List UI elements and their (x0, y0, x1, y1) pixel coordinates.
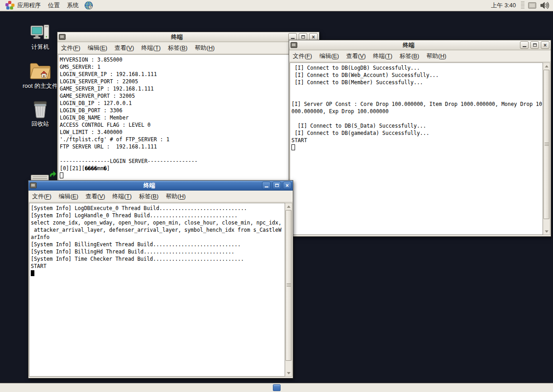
terminal-app-icon (30, 182, 37, 188)
desktop-icon-trash[interactable]: 回收站 (18, 99, 63, 128)
globe-icon (84, 1, 93, 10)
desktop-icon-label: 计算机 (32, 43, 49, 51)
clock[interactable]: 上午 3:40 (487, 1, 520, 10)
menu-tabs[interactable]: 标签(B) (400, 52, 419, 60)
menu-bar: 文件(F) 编辑(E) 查看(V) 终端(T) 标签(B) 帮助(H) (57, 42, 319, 54)
menu-tabs[interactable]: 标签(B) (168, 44, 187, 52)
menu-edit[interactable]: 编辑(E) (88, 44, 107, 52)
menu-terminal[interactable]: 终端(T) (373, 52, 392, 60)
titlebar[interactable]: 终端 × (57, 32, 319, 42)
notification-tray-item[interactable] (528, 1, 537, 10)
scroll-up-arrow[interactable] (543, 63, 550, 69)
bottom-panel (0, 383, 553, 392)
scrollbar-thumb[interactable] (286, 210, 291, 361)
desktop-icon-shortcut-partial[interactable] (30, 172, 57, 181)
scrollbar-track[interactable] (285, 210, 292, 370)
menu-bar: 文件(F) 编辑(E) 查看(V) 终端(T) 标签(B) 帮助(H) (29, 191, 293, 202)
terminal-body: [I] Connect to DB(LogDB) Successfully...… (290, 62, 550, 235)
volume-control[interactable] (540, 1, 549, 10)
desktop-icon-home[interactable]: root 的主文件 (18, 62, 63, 90)
system-menu[interactable]: 系统 (63, 0, 82, 11)
terminal-output[interactable]: [I] Connect to DB(LogDB) Successfully...… (290, 62, 543, 235)
window-title: 终端 (67, 33, 286, 41)
close-button[interactable]: × (283, 182, 291, 189)
terminal-app-icon (59, 34, 66, 40)
minimize-button[interactable] (520, 41, 529, 49)
menu-edit[interactable]: 编辑(E) (319, 52, 339, 60)
scroll-up-arrow[interactable] (285, 203, 292, 210)
browser-launcher[interactable] (84, 1, 93, 10)
terminal-app-icon (291, 42, 297, 48)
desktop-icon-label: 回收站 (32, 120, 49, 128)
applications-menu-label: 应用程序 (17, 1, 41, 10)
window-title: 终端 (38, 182, 260, 190)
home-folder-icon (29, 62, 52, 81)
menu-help[interactable]: 帮助(H) (426, 52, 446, 60)
terminal-cursor (291, 144, 295, 150)
terminal-output[interactable]: [System Info] LogDBExecute_0 Thread Buil… (29, 203, 285, 377)
menu-help[interactable]: 帮助(H) (195, 44, 215, 52)
menu-file[interactable]: 文件(F) (293, 52, 312, 60)
menu-view[interactable]: 查看(V) (346, 52, 366, 60)
scroll-down-arrow[interactable] (285, 370, 292, 376)
terminal-cursor (31, 270, 34, 276)
terminal-window-2: 终端 × 文件(F) 编辑(E) 查看(V) 终端(T) 标签(B) 帮助(H)… (289, 40, 551, 237)
menu-tabs[interactable]: 标签(B) (139, 192, 158, 201)
minimize-button[interactable] (262, 182, 271, 189)
computer-icon (30, 24, 51, 42)
scrollbar-thumb[interactable] (543, 70, 549, 219)
panel-drag-handle[interactable] (521, 1, 524, 10)
applications-menu[interactable]: 应用程序 (2, 0, 44, 11)
scrollbar[interactable] (285, 203, 292, 377)
titlebar[interactable]: 终端 × (289, 40, 551, 50)
menu-file[interactable]: 文件(F) (32, 192, 52, 201)
terminal-window-3: 终端 × 文件(F) 编辑(E) 查看(V) 终端(T) 标签(B) 帮助(H)… (28, 180, 293, 378)
terminal-cursor (60, 172, 63, 178)
menu-file[interactable]: 文件(F) (61, 44, 81, 52)
menu-terminal[interactable]: 终端(T) (112, 192, 132, 201)
maximize-button[interactable] (272, 182, 281, 189)
shortcut-arrow-icon (48, 169, 57, 178)
close-button[interactable]: × (541, 41, 549, 49)
menu-view[interactable]: 查看(V) (86, 192, 105, 201)
scroll-down-arrow[interactable] (543, 228, 550, 234)
trash-icon (30, 99, 50, 119)
menu-terminal[interactable]: 终端(T) (141, 44, 161, 52)
menu-help[interactable]: 帮助(H) (166, 192, 186, 201)
volume-icon (540, 1, 549, 10)
places-menu-label: 位置 (48, 1, 60, 10)
menu-view[interactable]: 查看(V) (114, 44, 134, 52)
window-title: 终端 (299, 41, 518, 49)
scrollbar-track[interactable] (543, 69, 550, 228)
menu-edit[interactable]: 编辑(E) (59, 192, 78, 201)
desktop-icon-label: root 的主文件 (23, 82, 58, 90)
scrollbar[interactable] (543, 62, 550, 235)
terminal-body: [System Info] LogDBExecute_0 Thread Buil… (29, 203, 292, 377)
titlebar[interactable]: 终端 × (29, 181, 293, 191)
places-menu[interactable]: 位置 (44, 0, 63, 11)
workspace-switcher-icon[interactable] (273, 384, 281, 391)
system-menu-label: 系统 (67, 1, 79, 10)
window-tray-icon (528, 2, 536, 9)
maximize-button[interactable] (530, 41, 539, 49)
distro-logo-icon (5, 1, 14, 10)
menu-bar: 文件(F) 编辑(E) 查看(V) 终端(T) 标签(B) 帮助(H) (289, 50, 551, 62)
top-panel: 应用程序 位置 系统 上午 3:40 (0, 0, 553, 11)
desktop-icon-computer[interactable]: 计算机 (18, 24, 63, 51)
